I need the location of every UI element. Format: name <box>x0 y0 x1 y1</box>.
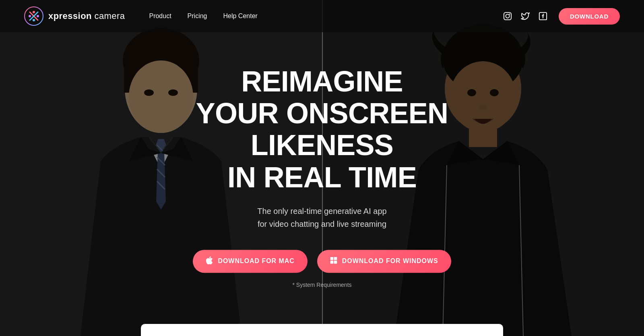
twitter-icon[interactable] <box>521 12 530 21</box>
svg-point-25 <box>33 11 35 13</box>
windows-icon <box>330 257 337 266</box>
hero-content: REIMAGINE YOUR ONSCREEN LIKENESS IN REAL… <box>141 66 503 288</box>
download-windows-label: DOWNLOAD FOR WINDOWS <box>342 257 438 265</box>
nav-social <box>503 12 547 21</box>
nav-link-product[interactable]: Product <box>149 12 171 20</box>
svg-point-27 <box>29 15 31 17</box>
download-mac-button[interactable]: DOWNLOAD FOR MAC <box>193 250 307 273</box>
system-requirements-link[interactable]: * System Requirements <box>141 282 503 288</box>
logo-product-name: camera <box>92 11 125 21</box>
hero-section: xpression camera Product Pricing Help Ce… <box>0 0 644 336</box>
svg-rect-29 <box>504 12 511 20</box>
svg-point-31 <box>509 14 510 15</box>
facebook-icon[interactable] <box>539 12 547 21</box>
nav-link-help-center[interactable]: Help Center <box>223 12 258 20</box>
navbar: xpression camera Product Pricing Help Ce… <box>0 0 644 32</box>
download-mac-label: DOWNLOAD FOR MAC <box>218 257 294 265</box>
svg-rect-34 <box>334 257 337 260</box>
nav-download-button[interactable]: DOWNLOAD <box>559 8 620 25</box>
hero-title-line1: REIMAGINE <box>241 65 403 97</box>
instagram-icon[interactable] <box>503 12 512 21</box>
logo-icon <box>24 6 43 26</box>
nav-links: Product Pricing Help Center <box>149 12 503 20</box>
hero-buttons: DOWNLOAD FOR MAC DOWNLOAD FOR WINDOWS <box>141 250 503 273</box>
apple-icon <box>206 256 213 266</box>
bottom-section-indicator <box>141 324 503 336</box>
logo-brand-name: xpression <box>48 11 92 21</box>
download-windows-button[interactable]: DOWNLOAD FOR WINDOWS <box>317 250 451 273</box>
nav-logo: xpression camera <box>24 6 125 26</box>
hero-title: REIMAGINE YOUR ONSCREEN LIKENESS IN REAL… <box>141 66 503 193</box>
nav-link-pricing[interactable]: Pricing <box>188 12 207 20</box>
svg-point-28 <box>37 15 39 17</box>
logo-text: xpression camera <box>48 11 125 21</box>
hero-subtitle-line1: The only real-time generative AI app <box>257 207 386 216</box>
svg-rect-36 <box>334 261 337 264</box>
svg-point-26 <box>33 19 35 21</box>
svg-rect-35 <box>330 261 334 264</box>
hero-title-line3: IN REAL TIME <box>227 161 417 193</box>
svg-rect-33 <box>330 257 334 260</box>
hero-title-line2: YOUR ONSCREEN LIKENESS <box>196 97 448 161</box>
hero-subtitle-line2: for video chatting and live streaming <box>258 220 386 228</box>
hero-subtitle: The only real-time generative AI app for… <box>141 205 503 230</box>
svg-point-30 <box>506 14 509 18</box>
